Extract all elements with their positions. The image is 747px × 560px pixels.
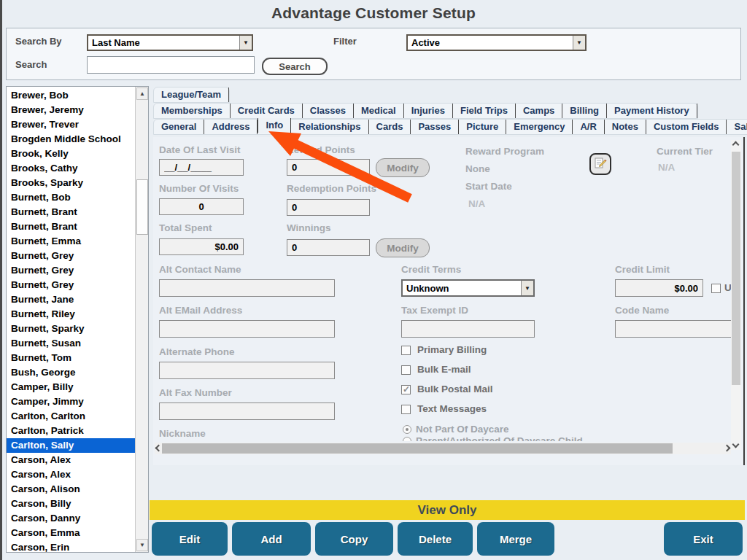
date-of-last-visit-field[interactable]	[159, 159, 244, 176]
list-item[interactable]: Burnett, Tom	[7, 351, 135, 365]
redemption-points-field[interactable]	[287, 199, 370, 216]
list-item[interactable]: Brook, Kelly	[7, 147, 135, 161]
tab-classes[interactable]: Classes	[303, 104, 354, 118]
scroll-down-icon[interactable]: ▼	[136, 539, 148, 551]
checkbox-bulk-postal-mail[interactable]	[401, 385, 411, 394]
search-by-dropdown[interactable]: Last Name ▼	[87, 34, 253, 51]
tab-info[interactable]: Info	[258, 118, 291, 133]
modify-reward-points-button[interactable]: Modify	[376, 158, 430, 177]
list-item[interactable]: Burnett, Sparky	[7, 322, 135, 336]
list-item[interactable]: Burnett, Grey	[7, 263, 135, 278]
scroll-right-icon[interactable]	[724, 445, 731, 452]
alt-email-address-field[interactable]	[159, 320, 335, 338]
reward-points-field[interactable]	[287, 159, 370, 176]
checkbox-bulk-e-mail[interactable]	[401, 365, 411, 375]
tab-custom-fields[interactable]: Custom Fields	[646, 120, 727, 134]
tab-medical[interactable]: Medical	[354, 104, 404, 118]
list-item[interactable]: Burnett, Grey	[7, 278, 135, 292]
copy-button[interactable]: Copy	[315, 522, 393, 556]
tab-injuries[interactable]: Injuries	[404, 104, 453, 118]
chevron-down-icon[interactable]: ▼	[521, 281, 533, 295]
tab-payment-history[interactable]: Payment History	[607, 104, 697, 118]
code-name-field[interactable]	[615, 320, 732, 338]
scroll-down-icon[interactable]	[732, 441, 740, 448]
list-item[interactable]: Burnett, Jane	[7, 292, 135, 307]
tab-sales[interactable]: Sales	[727, 120, 747, 134]
list-item[interactable]: Burnett, Bob	[7, 190, 135, 205]
alt-contact-name-field[interactable]	[159, 279, 335, 297]
chevron-down-icon[interactable]: ▼	[239, 36, 252, 50]
tab-address[interactable]: Address	[204, 120, 258, 134]
customer-list-scrollbar[interactable]: ▲ ▼	[135, 87, 148, 552]
winnings-field[interactable]	[287, 239, 370, 256]
list-item[interactable]: Burnett, Brant	[7, 205, 135, 219]
list-item[interactable]: Carlton, Sally	[7, 438, 135, 453]
list-item[interactable]: Carson, Alison	[7, 482, 135, 497]
list-item[interactable]: Camper, Jimmy	[7, 394, 135, 409]
alternate-phone-field[interactable]	[159, 362, 335, 379]
list-item[interactable]: Carson, Alex	[7, 453, 135, 467]
tab-relationships[interactable]: Relationships	[291, 120, 368, 134]
chevron-down-icon[interactable]: ▼	[573, 36, 585, 50]
tab-general[interactable]: General	[154, 120, 204, 134]
list-item[interactable]: Carlton, Carlton	[7, 409, 135, 424]
filter-dropdown[interactable]: Active ▼	[406, 34, 587, 51]
scroll-left-icon[interactable]	[155, 445, 163, 452]
tab-league-team[interactable]: League/Team	[154, 88, 229, 102]
list-item[interactable]: Brewer, Bob	[7, 88, 135, 103]
scrollbar-thumb[interactable]	[162, 443, 673, 454]
tab-field-trips[interactable]: Field Trips	[453, 104, 516, 118]
tab-cards[interactable]: Cards	[369, 120, 411, 134]
tab-memberships[interactable]: Memberships	[154, 104, 231, 118]
radio-not-part-of-daycare[interactable]	[403, 425, 411, 434]
list-item[interactable]: Carson, Billy	[7, 497, 135, 511]
list-item[interactable]: Brewer, Jeremy	[7, 103, 135, 117]
tab-billing[interactable]: Billing	[562, 104, 607, 118]
merge-button[interactable]: Merge	[477, 522, 554, 556]
list-item[interactable]: Carson, Emma	[7, 526, 135, 540]
radio-parent-authorized-of-daycare-child[interactable]	[403, 437, 411, 441]
info-panel-horizontal-scrollbar[interactable]	[155, 443, 731, 454]
list-item[interactable]: Burnett, Brant	[7, 219, 135, 234]
list-item[interactable]: Carson, Erin	[7, 540, 135, 553]
list-item[interactable]: Carson, Alex	[7, 467, 135, 482]
info-panel-vertical-scrollbar[interactable]	[731, 140, 741, 450]
tab-a-r[interactable]: A/R	[573, 120, 604, 134]
alt-fax-number-field[interactable]	[159, 402, 335, 420]
credit-terms-dropdown[interactable]: Unknown ▼	[401, 279, 535, 297]
checkbox-primary-billing[interactable]	[401, 346, 411, 355]
number-of-visits-field[interactable]	[159, 198, 244, 215]
tab-emergency[interactable]: Emergency	[506, 120, 573, 134]
scrollbar-thumb[interactable]	[732, 152, 740, 385]
list-item[interactable]: Camper, Billy	[7, 380, 135, 394]
list-item[interactable]: Brewer, Trever	[7, 117, 135, 132]
total-spent-field[interactable]	[159, 238, 244, 255]
tax-exempt-id-field[interactable]	[401, 320, 535, 338]
scroll-up-icon[interactable]	[732, 141, 740, 149]
checkbox-text-messages[interactable]	[401, 405, 411, 414]
list-item[interactable]: Burnett, Grey	[7, 249, 135, 263]
list-item[interactable]: Burnett, Riley	[7, 307, 135, 322]
list-item[interactable]: Brogden Middle School	[7, 132, 135, 147]
add-button[interactable]: Add	[232, 522, 311, 556]
modify-winnings-button[interactable]: Modify	[376, 238, 430, 257]
search-input[interactable]	[87, 56, 255, 74]
tab-notes[interactable]: Notes	[605, 120, 646, 134]
list-item[interactable]: Brooks, Sparky	[7, 176, 135, 190]
list-item[interactable]: Carlton, Patrick	[7, 424, 135, 438]
tab-camps[interactable]: Camps	[516, 104, 562, 118]
delete-button[interactable]: Delete	[398, 522, 473, 556]
list-item[interactable]: Carson, Danny	[7, 511, 135, 526]
edit-reward-program-button[interactable]	[589, 153, 611, 175]
list-item[interactable]: Bush, George	[7, 365, 135, 380]
exit-button[interactable]: Exit	[664, 522, 743, 556]
tab-picture[interactable]: Picture	[459, 120, 506, 134]
list-item[interactable]: Brooks, Cathy	[7, 161, 135, 176]
list-item[interactable]: Burnett, Emma	[7, 234, 135, 249]
scrollbar-thumb[interactable]	[136, 179, 148, 235]
list-item[interactable]: Burnett, Susan	[7, 336, 135, 351]
credit-limit-unlimited-checkbox[interactable]	[711, 284, 721, 293]
tab-credit-cards[interactable]: Credit Cards	[231, 104, 303, 118]
tab-passes[interactable]: Passes	[411, 120, 459, 134]
search-button[interactable]: Search	[262, 58, 328, 75]
